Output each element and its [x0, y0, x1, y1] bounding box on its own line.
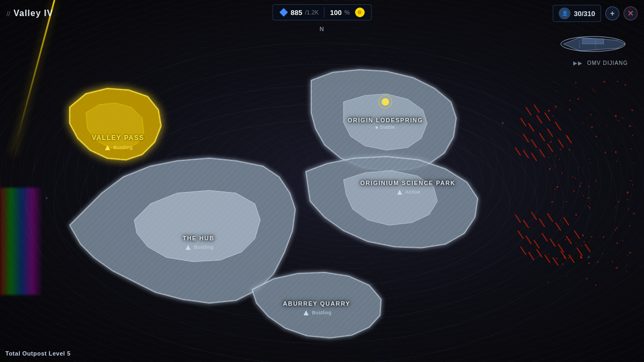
hud-divider-1: [324, 7, 325, 18]
svg-line-51: [542, 233, 547, 241]
svg-line-44: [539, 219, 545, 227]
add-button[interactable]: +: [605, 6, 619, 20]
svg-line-34: [515, 147, 521, 156]
energy-icon: [280, 8, 288, 17]
svg-line-35: [523, 150, 529, 158]
title-area: // Valley IV: [6, 9, 53, 18]
close-button[interactable]: ✕: [624, 6, 638, 20]
omv-label: ▶▶ OMV DIJIANG: [553, 60, 628, 66]
svg-line-26: [529, 123, 534, 131]
svg-line-39: [558, 139, 564, 147]
map-territories: [0, 0, 644, 362]
svg-line-48: [518, 231, 523, 239]
svg-line-54: [566, 236, 572, 244]
svg-line-23: [526, 107, 531, 115]
svg-line-30: [531, 139, 537, 147]
svg-line-59: [545, 255, 550, 263]
energy-max: /1.2K: [305, 9, 319, 16]
svg-line-57: [529, 252, 534, 260]
svg-line-29: [523, 134, 529, 142]
svg-line-62: [569, 255, 574, 263]
svg-line-40: [566, 135, 572, 143]
svg-line-52: [550, 239, 555, 247]
squad-icon: 👤: [559, 8, 570, 19]
center-hud: 885 /1.2K 100 % ⊙: [273, 4, 372, 20]
svg-line-49: [526, 236, 531, 244]
svg-line-61: [561, 251, 566, 259]
omv-ship: ▶▶ OMV DIJIANG: [553, 32, 628, 66]
svg-line-38: [547, 144, 553, 152]
right-hud: 👤 30/310 + ✕: [553, 5, 638, 22]
svg-line-50: [534, 240, 539, 248]
title-slashes: //: [6, 10, 10, 18]
page-title: Valley IV: [13, 9, 53, 18]
svg-line-47: [564, 217, 569, 225]
svg-line-24: [534, 105, 539, 113]
energy-value: 885: [291, 9, 303, 17]
svg-marker-20: [252, 272, 381, 338]
svg-line-31: [539, 133, 545, 141]
energy-section: 885 /1.2K: [280, 8, 319, 17]
bottom-info: Total Outpost Level 5: [5, 350, 71, 357]
svg-line-56: [521, 247, 526, 255]
svg-line-36: [531, 153, 537, 161]
svg-line-63: [577, 248, 582, 256]
map-background: + + +: [0, 0, 644, 362]
squad-section: 👤 30/310: [553, 5, 601, 22]
percent-value: 100: [330, 9, 342, 17]
coin-icon: ⊙: [355, 8, 364, 17]
svg-line-41: [515, 215, 521, 223]
svg-line-32: [547, 129, 553, 137]
svg-line-28: [545, 113, 550, 121]
svg-line-25: [521, 118, 526, 126]
svg-point-21: [382, 98, 389, 106]
percent-section: 100 %: [330, 9, 349, 17]
svg-line-33: [555, 122, 561, 130]
svg-line-53: [558, 244, 564, 252]
svg-line-42: [523, 220, 529, 228]
percent-symbol: %: [345, 9, 350, 16]
svg-line-55: [574, 231, 580, 239]
svg-line-60: [553, 257, 558, 265]
svg-line-64: [585, 244, 590, 252]
svg-line-45: [547, 213, 553, 221]
top-hud: // Valley IV 885 /1.2K 100 % ⊙ 👤 30/310 …: [0, 0, 644, 27]
squad-count: 30/310: [574, 10, 595, 18]
svg-point-69: [561, 36, 625, 51]
